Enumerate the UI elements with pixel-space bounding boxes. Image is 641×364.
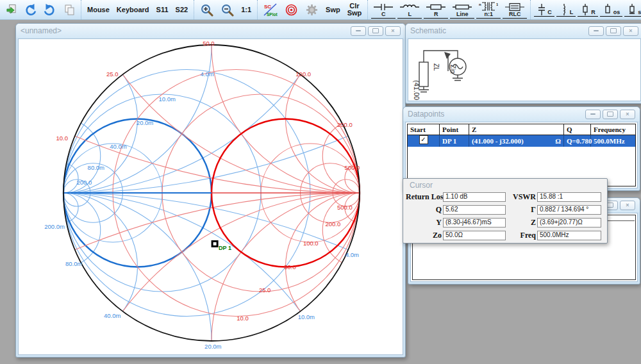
chart-label: 500.0 (337, 204, 353, 211)
keyboard-button-label: Keyboard (117, 6, 149, 13)
shunt-inductor-button[interactable]: L (556, 3, 576, 17)
series-capacitor-button[interactable]: C (371, 1, 395, 19)
series-line-icon (453, 2, 472, 12)
chart-label: 200.0m (44, 223, 65, 230)
sc-splot-button[interactable]: SCSPlot (261, 2, 280, 17)
clear-sweep-button[interactable]: Clr Swp (345, 2, 365, 17)
unnamed-minimize-button[interactable] (351, 26, 366, 36)
shunt-inductor-icon (559, 4, 569, 15)
cursor-value-γ[interactable]: 0.882 / 134.694 ° (537, 205, 601, 215)
toolbar-group-series-components: CLRLinen1n:1RLC (367, 0, 530, 19)
schematic-maximize-button[interactable] (606, 26, 621, 36)
column-header-q[interactable]: Q (564, 124, 591, 135)
window-schematic-titlebar[interactable]: Schematic × (406, 24, 641, 38)
frequency-cell: 500.0MHz (591, 135, 635, 147)
datapoint-marker[interactable]: DP 1 (212, 240, 231, 252)
settings-button[interactable] (303, 3, 321, 17)
chart-label: 40.0m (110, 143, 126, 150)
schematic-canvas[interactable]: ZL Zin (41.00 (408, 39, 640, 101)
series-rlc-button-label: RLC (509, 12, 521, 17)
zoom-out-icon (221, 3, 234, 17)
window-datapoints-titlebar[interactable]: Datapoints × (403, 107, 640, 121)
chart-label: 25.0 (106, 70, 119, 78)
shunt-inductor-button-label: L (570, 10, 574, 15)
cursor-value-return-loss[interactable]: 1.10 dB (443, 192, 506, 202)
column-header-start[interactable]: Start (408, 124, 440, 135)
undo-button[interactable] (21, 3, 39, 17)
shunt-capacitor-button[interactable]: C (534, 3, 554, 17)
start-checkbox[interactable]: ✓ (419, 135, 428, 144)
column-header-point[interactable]: Point (440, 124, 469, 135)
series-inductor-button-label: L (408, 12, 412, 17)
background-close-button[interactable]: × (620, 201, 635, 210)
chart-label: 80.0m (88, 164, 104, 171)
keyboard-button[interactable]: Keyboard (114, 6, 152, 14)
cursor-panel-title: Cursor (403, 179, 607, 191)
series-capacitor-icon (374, 2, 393, 12)
chart-label: 200.0 (337, 121, 353, 128)
datapoints-maximize-button[interactable] (603, 110, 618, 119)
series-line-button[interactable]: Line (450, 1, 474, 19)
cursor-value-q[interactable]: 5.62 (443, 205, 506, 215)
chart-label: 4.0m (345, 251, 359, 258)
column-header-z[interactable]: Z (469, 124, 564, 135)
open-stub-button[interactable]: os (600, 3, 623, 17)
point-cell: DP 1 (440, 135, 469, 147)
load-label: ZL (433, 63, 440, 71)
short-stub-button[interactable]: ss (624, 3, 641, 17)
window-unnamed-title: <unnamed> (21, 26, 62, 35)
window-schematic-title: Schematic (410, 26, 446, 35)
zoom-out-button[interactable] (218, 3, 237, 17)
cursor-label-y: Y (406, 218, 442, 228)
transformer-button[interactable]: n1n:1 (476, 1, 501, 19)
unnamed-maximize-button[interactable] (368, 26, 383, 36)
zoom-in-button[interactable] (197, 3, 216, 17)
schematic-minimize-button[interactable] (588, 26, 604, 36)
window-schematic-content: ZL Zin (41.00 (408, 38, 641, 101)
cursor-value-freq[interactable]: 500.0MHz (537, 231, 601, 240)
shunt-resistor-button[interactable]: R (578, 3, 598, 17)
chart-label: 80.0m (65, 260, 82, 267)
sweep-button-label: Swp (326, 6, 340, 13)
gear-icon (305, 3, 319, 17)
transformer-button-label: n:1 (485, 12, 494, 17)
schematic-close-button[interactable]: × (623, 26, 638, 36)
cursor-panel: Cursor Return Loss1.10 dBVSWR15.88 :1Q5.… (403, 178, 608, 244)
cursor-fields: Return Loss1.10 dBVSWR15.88 :1Q5.62Γ0.88… (403, 191, 607, 240)
series-resistor-button[interactable]: R (424, 1, 448, 19)
datapoints-minimize-button[interactable] (585, 110, 601, 119)
toolbar-group-edit (0, 0, 81, 19)
mouse-button[interactable]: Mouse (85, 6, 112, 14)
zoom-1-1-button[interactable]: 1:1 (238, 6, 254, 14)
datapoint-row[interactable]: ✓DP 1(41.000 - j32.000)ΩQ=0.780500.0MHz (408, 135, 635, 147)
chart-label: 20.0m (204, 343, 221, 350)
toolbar: MouseKeyboardS11S221:1SCSPlotSwpClr SwpC… (0, 0, 641, 20)
cursor-value-vswr[interactable]: 15.88 :1 (537, 192, 601, 202)
datapoints-close-button[interactable]: × (620, 110, 635, 119)
copy-button[interactable] (61, 3, 78, 17)
s22-button-label: S22 (176, 6, 188, 13)
column-header-frequency[interactable]: Frequency (591, 124, 635, 135)
cursor-label-return-loss: Return Loss (406, 192, 442, 202)
cursor-value-y[interactable]: (8.30-j46.67)mS (443, 218, 506, 228)
sweep-button[interactable]: Swp (323, 6, 343, 14)
q-cell: Q=0.780 (564, 135, 591, 147)
redo-button[interactable] (41, 3, 59, 17)
s22-button[interactable]: S22 (173, 6, 191, 14)
chart-label: 10.0m (298, 313, 315, 320)
transformer-icon: n1 (479, 1, 498, 12)
import-button[interactable] (3, 3, 19, 17)
zoom-1-1-button-label: 1:1 (241, 6, 251, 13)
series-inductor-button[interactable]: L (397, 1, 422, 19)
cursor-value-zo[interactable]: 50.0Ω (443, 231, 506, 240)
chart-label: 10.0m (158, 95, 175, 103)
cursor-value-z[interactable]: (3.69+j20.77)Ω (537, 218, 601, 228)
unnamed-close-button[interactable]: × (385, 26, 401, 36)
smith-chart[interactable]: 10.025.050.0100.0200.0500.0500.0200.0100… (19, 40, 403, 355)
chart-label: 200.0 (76, 179, 92, 186)
s11-button[interactable]: S11 (154, 6, 171, 14)
window-unnamed-titlebar[interactable]: <unnamed> × (16, 24, 405, 38)
series-rlc-button[interactable]: RLC (503, 1, 527, 19)
open-stub-button-label: os (613, 10, 620, 15)
smith-target-button[interactable] (282, 3, 301, 17)
